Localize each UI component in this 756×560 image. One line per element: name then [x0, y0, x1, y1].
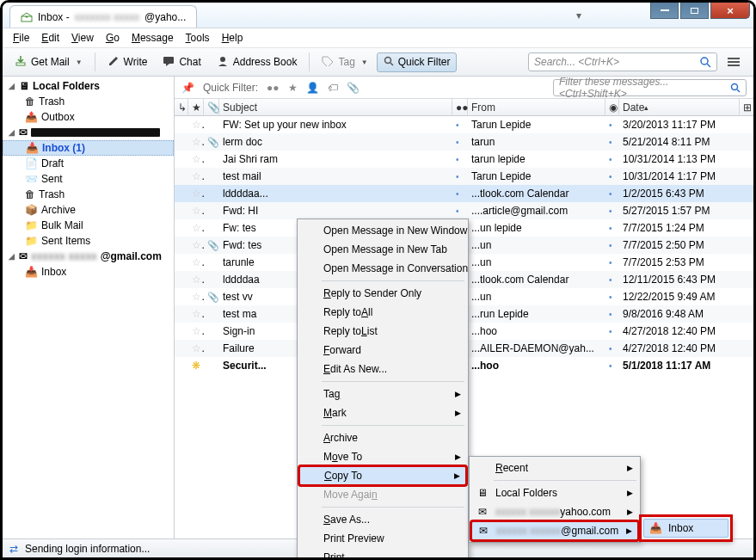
col-star[interactable]: ★: [188, 99, 204, 115]
ctx-forward[interactable]: Forward: [299, 341, 466, 360]
star-icon[interactable]: ☆: [192, 119, 204, 131]
ctx-print-preview[interactable]: Print Preview: [299, 529, 466, 548]
message-row[interactable]: ☆FW: Set up your new inbox•Tarun Lepide•…: [175, 116, 753, 133]
col-thread[interactable]: ↳: [175, 99, 188, 115]
ctx-copy-to[interactable]: Copy To▶: [299, 466, 466, 485]
tag-filter-icon[interactable]: 🏷: [328, 82, 338, 94]
message-row[interactable]: ☆test mail•Tarun Lepide•10/31/2014 1:17 …: [175, 168, 753, 185]
sub-account-1[interactable]: ✉xxxxxx xxxxxxyahoo.com▶: [471, 502, 638, 521]
tab-dropdown-icon[interactable]: ▾: [576, 9, 581, 22]
tree-account-1[interactable]: ◢✉: [3, 125, 174, 140]
star-icon[interactable]: ☆: [192, 153, 204, 165]
maximize-button[interactable]: [680, 3, 709, 19]
message-row[interactable]: ☆📎lerm doc•tarun•5/21/2014 8:11 PM: [175, 133, 753, 151]
star-icon[interactable]: ☆: [192, 291, 204, 303]
minimize-button[interactable]: [650, 3, 679, 19]
message-row[interactable]: ☆Fwd: HI•....article@gmail.com•5/27/2015…: [175, 202, 753, 219]
col-flag[interactable]: ◉: [605, 99, 619, 115]
message-date: 4/27/2018 12:40 PM: [619, 325, 740, 337]
ctx-print[interactable]: Print...: [299, 548, 466, 560]
ctx-reply-all[interactable]: Reply to All: [299, 303, 466, 322]
tree-outbox[interactable]: 📤Outbox: [3, 109, 174, 125]
ctx-open-new-window[interactable]: Open Message in New Window: [299, 221, 466, 240]
attachment-filter-icon[interactable]: 📎: [347, 82, 360, 94]
menu-tools[interactable]: Tools: [181, 30, 215, 46]
tree-account-2[interactable]: ◢✉xxxxxx xxxxx@gmail.com: [3, 249, 174, 264]
menu-edit[interactable]: Edit: [36, 30, 65, 46]
col-from[interactable]: From: [468, 99, 605, 115]
tree-local-folders[interactable]: ◢🖥Local Folders: [3, 78, 174, 94]
ctx-reply-list[interactable]: Reply to List: [299, 322, 466, 341]
get-mail-button[interactable]: Get Mail▼: [8, 52, 89, 73]
menu-help[interactable]: Help: [217, 30, 249, 46]
sub-account-2[interactable]: ✉xxxxxx xxxxxx@gmail.com▶: [471, 521, 638, 540]
search-icon[interactable]: [730, 83, 741, 93]
star-icon[interactable]: ☆: [192, 308, 204, 320]
star-icon[interactable]: ☆: [192, 256, 204, 268]
star-icon[interactable]: ☆: [192, 342, 204, 354]
col-read[interactable]: ●●: [452, 99, 468, 115]
flag-dot-icon: •: [609, 327, 612, 336]
ctx-save-as[interactable]: Save As...: [299, 510, 466, 529]
tab-inbox[interactable]: Inbox - xxxxxxx xxxxx @yaho...: [9, 5, 197, 28]
star-icon[interactable]: ☆: [192, 188, 204, 200]
app-menu-button[interactable]: [722, 52, 745, 71]
tree-draft[interactable]: 📄Draft: [3, 156, 174, 171]
mail-icon: ✉: [476, 525, 490, 537]
ctx-tag[interactable]: Tag▶: [299, 385, 466, 403]
menu-view[interactable]: View: [66, 30, 99, 46]
tree-archive[interactable]: 📦Archive: [3, 202, 174, 218]
ctx-edit-as-new[interactable]: Edit As New...: [299, 360, 466, 378]
close-button[interactable]: ×: [710, 3, 750, 19]
tree-sent[interactable]: 📨Sent: [3, 171, 174, 187]
star-icon[interactable]: ☆: [192, 222, 204, 234]
ctx-mark[interactable]: Mark▶: [299, 403, 466, 422]
star-icon[interactable]: ☆: [192, 170, 204, 182]
pin-icon[interactable]: 📌: [181, 82, 194, 94]
tree-inbox-2[interactable]: 📥Inbox: [3, 264, 174, 280]
quick-filter-button[interactable]: Quick Filter: [377, 52, 458, 72]
ctx-move-to[interactable]: Move To▶: [299, 447, 466, 466]
flag-dot-icon: •: [609, 189, 612, 199]
star-icon[interactable]: ☆: [192, 205, 204, 217]
ctx-archive[interactable]: Archive: [299, 428, 466, 447]
tree-trash-2[interactable]: 🗑Trash: [3, 187, 174, 202]
ctx-open-conversation[interactable]: Open Message in Conversation: [299, 259, 466, 278]
tag-button[interactable]: Tag▼: [315, 52, 374, 72]
tree-inbox-1[interactable]: 📥Inbox (1): [3, 140, 174, 156]
col-date[interactable]: Date ▴: [619, 99, 740, 115]
col-attachment[interactable]: 📎: [204, 99, 219, 115]
star-filter-icon[interactable]: ★: [288, 82, 298, 94]
sub-recent[interactable]: Recent▶: [471, 458, 638, 477]
star-icon[interactable]: ❋: [192, 360, 200, 372]
address-book-button[interactable]: Address Book: [210, 52, 304, 73]
search-input[interactable]: Search... <Ctrl+K>: [528, 52, 717, 71]
star-icon[interactable]: ☆: [192, 274, 204, 286]
contact-filter-icon[interactable]: 👤: [306, 82, 319, 94]
message-row[interactable]: ☆Jai Shri ram•tarun lepide•10/31/2014 1:…: [175, 151, 753, 168]
unread-filter-icon[interactable]: ●●: [267, 82, 280, 94]
sub-local-folders[interactable]: 🖥Local Folders▶: [471, 483, 638, 502]
chat-icon: [163, 56, 175, 69]
tree-sent-items[interactable]: 📁Sent Items: [3, 233, 174, 249]
col-picker[interactable]: ⊞: [740, 99, 753, 115]
tree-trash[interactable]: 🗑Trash: [3, 94, 174, 109]
tree-bulk[interactable]: 📁Bulk Mail: [3, 218, 174, 233]
search-icon[interactable]: [699, 56, 711, 68]
ctx-reply-sender[interactable]: Reply to Sender Only: [299, 284, 466, 303]
menu-go[interactable]: Go: [101, 30, 125, 46]
message-date: 7/7/2015 1:24 PM: [619, 222, 740, 234]
message-row[interactable]: ☆lddddaa...•...tlook.com Calendar•1/2/20…: [175, 185, 753, 202]
sub-inbox[interactable]: 📥Inbox: [643, 519, 728, 538]
col-subject[interactable]: Subject: [219, 99, 452, 115]
menu-file[interactable]: File: [8, 30, 34, 46]
svg-point-8: [732, 83, 738, 89]
star-icon[interactable]: ☆: [192, 239, 204, 251]
star-icon[interactable]: ☆: [192, 325, 204, 337]
ctx-open-new-tab[interactable]: Open Message in New Tab: [299, 240, 466, 259]
filter-input[interactable]: Filter these messages... <Ctrl+Shift+K>: [553, 79, 747, 96]
chat-button[interactable]: Chat: [156, 52, 207, 72]
write-button[interactable]: Write: [101, 52, 155, 73]
star-icon[interactable]: ☆: [192, 136, 204, 148]
menu-message[interactable]: Message: [126, 30, 179, 46]
